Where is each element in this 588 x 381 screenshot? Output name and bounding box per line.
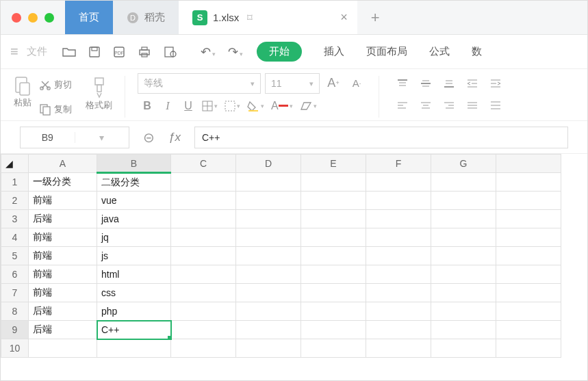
menu-insert[interactable]: 插入 <box>324 45 344 58</box>
row-header-2[interactable]: 2 <box>1 192 29 210</box>
cell-extra[interactable] <box>496 265 561 284</box>
row-header-8[interactable]: 8 <box>1 302 29 321</box>
cell-extra[interactable] <box>496 210 561 228</box>
cell-D8[interactable] <box>236 302 301 321</box>
font-name-select[interactable]: 等线▾ <box>138 73 261 94</box>
fill-color-button[interactable]: ▾ <box>244 96 267 116</box>
cell-B3[interactable]: java <box>97 210 171 228</box>
format-painter[interactable]: 格式刷 <box>86 73 112 120</box>
zoom-icon[interactable]: ⊝ <box>143 129 155 146</box>
copy-button[interactable]: 复制 <box>39 99 72 120</box>
cell-extra[interactable] <box>496 339 561 358</box>
cell-E2[interactable] <box>301 192 366 210</box>
align-left-icon[interactable] <box>392 95 413 116</box>
cell-D5[interactable] <box>236 247 301 265</box>
indent-increase-icon[interactable] <box>485 73 507 94</box>
cell-F5[interactable] <box>366 247 431 265</box>
file-menu[interactable]: 文件 <box>27 45 47 58</box>
bold-button[interactable]: B <box>138 96 157 116</box>
cell-D9[interactable] <box>236 321 301 339</box>
align-top-icon[interactable] <box>392 73 413 94</box>
col-header-C[interactable]: C <box>171 155 236 173</box>
cell-B7[interactable]: css <box>97 284 171 302</box>
cell-B1[interactable]: 二级分类 <box>97 173 171 192</box>
cell-C6[interactable] <box>171 265 236 284</box>
row-header-5[interactable]: 5 <box>1 247 29 265</box>
cell-A6[interactable]: 前端 <box>29 265 97 284</box>
maximize-window-icon[interactable] <box>44 13 54 23</box>
screen-icon[interactable]: ⌑ <box>247 12 253 24</box>
col-header-extra[interactable] <box>496 155 561 173</box>
fx-label[interactable]: ƒx <box>168 131 181 144</box>
cell-B5[interactable]: js <box>97 247 171 265</box>
font-color-button[interactable]: A▾ <box>268 96 296 116</box>
row-header-7[interactable]: 7 <box>1 284 29 302</box>
cell-C9[interactable] <box>171 321 236 339</box>
align-center-icon[interactable] <box>415 95 437 116</box>
row-header-9[interactable]: 9 <box>1 321 29 339</box>
cell-A9[interactable]: 后端 <box>29 321 97 339</box>
formula-input[interactable]: C++ <box>194 127 568 148</box>
cell-G5[interactable] <box>431 247 496 265</box>
name-box[interactable]: B9 ▾ <box>20 127 129 148</box>
close-tab-icon[interactable]: × <box>340 10 348 25</box>
select-all-corner[interactable]: ◢ <box>1 155 29 173</box>
cell-E5[interactable] <box>301 247 366 265</box>
paste-icon[interactable] <box>13 75 32 96</box>
cell-E4[interactable] <box>301 228 366 247</box>
new-tab-button[interactable]: + <box>357 9 394 27</box>
cell-E7[interactable] <box>301 284 366 302</box>
cell-E3[interactable] <box>301 210 366 228</box>
cell-F8[interactable] <box>366 302 431 321</box>
col-header-F[interactable]: F <box>366 155 431 173</box>
cell-A2[interactable]: 前端 <box>29 192 97 210</box>
cell-G4[interactable] <box>431 228 496 247</box>
cell-G9[interactable] <box>431 321 496 339</box>
cell-style-button[interactable]: ▾ <box>222 96 243 116</box>
row-header-3[interactable]: 3 <box>1 210 29 228</box>
cell-G7[interactable] <box>431 284 496 302</box>
cell-A10[interactable] <box>29 339 97 358</box>
cell-D6[interactable] <box>236 265 301 284</box>
cell-extra[interactable] <box>496 284 561 302</box>
cell-extra[interactable] <box>496 247 561 265</box>
menu-formula[interactable]: 公式 <box>429 45 450 58</box>
cell-A8[interactable]: 后端 <box>29 302 97 321</box>
col-header-B[interactable]: B <box>97 155 171 173</box>
align-right-icon[interactable] <box>438 95 460 116</box>
col-header-D[interactable]: D <box>236 155 301 173</box>
cell-D7[interactable] <box>236 284 301 302</box>
font-grow-icon[interactable]: A+ <box>324 73 343 92</box>
cell-F4[interactable] <box>366 228 431 247</box>
pdf-icon[interactable]: PDF <box>109 43 129 61</box>
row-header-10[interactable]: 10 <box>1 339 29 358</box>
preview-icon[interactable] <box>159 43 181 61</box>
row-header-4[interactable]: 4 <box>1 228 29 247</box>
cell-E8[interactable] <box>301 302 366 321</box>
cell-F1[interactable] <box>366 173 431 192</box>
align-bottom-icon[interactable] <box>438 73 460 94</box>
cell-F7[interactable] <box>366 284 431 302</box>
cell-G10[interactable] <box>431 339 496 358</box>
cell-E6[interactable] <box>301 265 366 284</box>
underline-button[interactable]: U <box>179 96 198 116</box>
cell-C2[interactable] <box>171 192 236 210</box>
cell-G6[interactable] <box>431 265 496 284</box>
col-header-G[interactable]: G <box>431 155 496 173</box>
align-distribute-icon[interactable] <box>485 95 507 116</box>
cell-B6[interactable]: html <box>97 265 171 284</box>
col-header-E[interactable]: E <box>301 155 366 173</box>
cell-C10[interactable] <box>171 339 236 358</box>
cell-B8[interactable]: php <box>97 302 171 321</box>
cell-A4[interactable]: 前端 <box>29 228 97 247</box>
cell-D3[interactable] <box>236 210 301 228</box>
cell-D10[interactable] <box>236 339 301 358</box>
cell-G3[interactable] <box>431 210 496 228</box>
cell-B10[interactable] <box>97 339 171 358</box>
cell-G1[interactable] <box>431 173 496 192</box>
border-button[interactable]: ▾ <box>199 96 220 116</box>
menu-data[interactable]: 数 <box>472 45 482 58</box>
cell-C4[interactable] <box>171 228 236 247</box>
cell-D2[interactable] <box>236 192 301 210</box>
spreadsheet-grid[interactable]: ◢ABCDEFG1一级分类二级分类2前端vue3后端java4前端jq5前端js… <box>1 154 587 358</box>
